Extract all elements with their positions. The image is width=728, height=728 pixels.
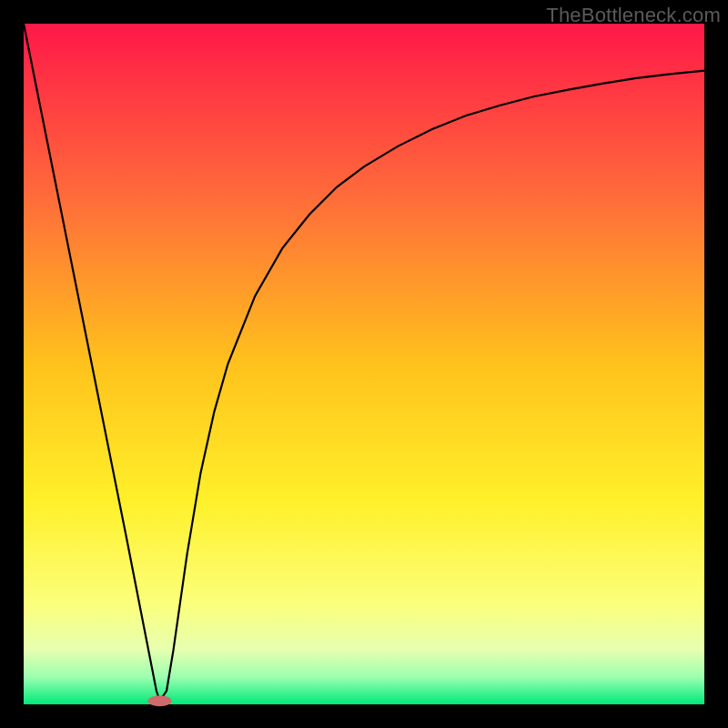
plot-area: [24, 24, 704, 704]
optimal-point-marker: [148, 695, 172, 706]
watermark-text: TheBottleneck.com: [546, 4, 721, 27]
chart-svg: [0, 0, 728, 728]
chart-container: TheBottleneck.com: [0, 0, 728, 728]
